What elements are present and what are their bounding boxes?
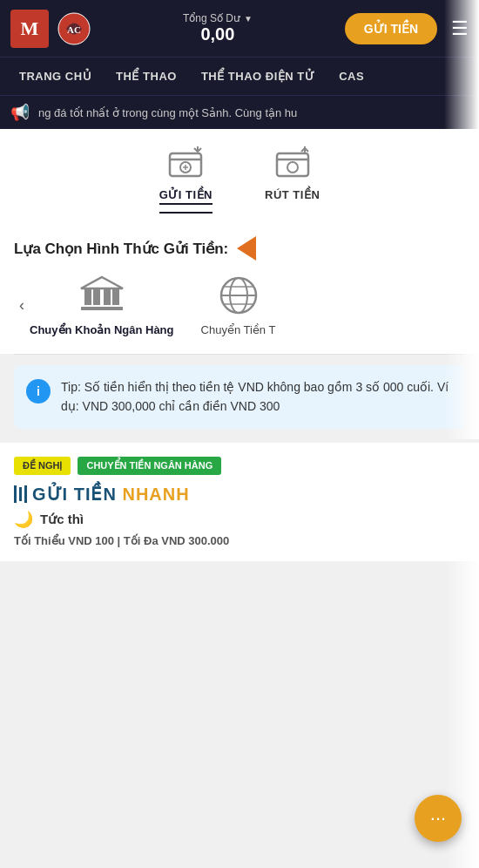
instant-label: Tức thì — [40, 512, 84, 527]
globe-icon — [218, 275, 260, 316]
arrow-indicator-icon — [237, 236, 256, 261]
ticker-bar: 📢 ng đá tốt nhất ở trong cùng một Sảnh. … — [0, 95, 479, 129]
method-globe-label: Chuyển Tiền T — [201, 323, 276, 336]
method-bank-label: Chuyển Khoản Ngân Hàng — [30, 323, 174, 336]
balance-amount: 0,00 — [99, 24, 336, 44]
select-method-title: Lựa Chọn Hình Thức Gửi Tiền: — [14, 236, 465, 261]
svg-rect-16 — [112, 289, 119, 305]
svg-rect-14 — [93, 289, 100, 305]
promo-card[interactable]: ĐỀ NGHỊ CHUYỂN TIỀN NGÂN HÀNG GỬI TIỀN N… — [0, 439, 479, 561]
svg-marker-12 — [81, 277, 123, 288]
method-items-container: Chuyển Khoản Ngân Hàng Chuyển Tiền T — [30, 275, 465, 336]
chat-button[interactable]: ··· — [415, 795, 462, 842]
line-deco-3 — [24, 485, 27, 503]
instant-row: 🌙 Tức thì — [14, 510, 465, 529]
promo-title: GỬI TIỀN NHANH — [14, 484, 465, 505]
promo-separator: | — [118, 534, 124, 547]
deposit-icon — [166, 146, 205, 181]
nav-item-esports[interactable]: THỂ THAO ĐIỆN TỬ — [189, 58, 327, 95]
promo-max: Tối Đa VND 300.000 — [124, 534, 229, 547]
select-method-section: Lựa Chọn Hình Thức Gửi Tiền: ‹ Chuyển Kh… — [0, 222, 479, 354]
promo-tags: ĐỀ NGHỊ CHUYỂN TIỀN NGÂN HÀNG — [14, 457, 465, 475]
tip-text: Tip: Số tiền hiển thị theo tiền tệ VND k… — [61, 377, 453, 417]
moon-icon: 🌙 — [14, 510, 33, 529]
tab-deposit-underline — [159, 212, 213, 214]
nav-item-home[interactable]: TRANG CHỦ — [7, 58, 104, 95]
svg-text:AC: AC — [67, 24, 81, 35]
chevron-down-icon: ▼ — [244, 14, 253, 24]
promo-limits: Tối Thiểu VND 100 | Tối Đa VND 300.000 — [14, 534, 465, 547]
nav-bar: TRANG CHỦ THỂ THAO THỂ THAO ĐIỆN TỬ CAS — [0, 57, 479, 95]
svg-rect-15 — [104, 289, 111, 305]
method-item-globe[interactable]: Chuyển Tiền T — [195, 275, 282, 336]
svg-rect-13 — [84, 289, 91, 305]
promo-deco-lines — [14, 485, 27, 503]
bank-icon — [79, 275, 125, 316]
tip-box: i Tip: Số tiền hiển thị theo tiền tệ VND… — [14, 365, 465, 429]
tag-recommend: ĐỀ NGHỊ — [14, 457, 71, 475]
club-logo: AC — [57, 12, 91, 45]
nav-item-sports[interactable]: THỂ THAO — [104, 58, 189, 95]
method-item-bank[interactable]: Chuyển Khoản Ngân Hàng — [30, 275, 174, 336]
deposit-header-button[interactable]: GỬI TIỀN — [345, 13, 437, 44]
tag-transfer: CHUYỂN TIỀN NGÂN HÀNG — [78, 457, 221, 475]
tab-withdraw[interactable]: RÚT TIỀN — [265, 146, 320, 214]
balance-section[interactable]: Tổng Số Dư ▼ 0,00 — [99, 12, 336, 44]
ticker-text: ng đá tốt nhất ở trong cùng một Sảnh. Cù… — [38, 106, 297, 119]
tabs-section: GỬI TIỀN RÚT TIỀN — [0, 129, 479, 222]
header: M AC Tổng Số Dư ▼ 0,00 GỬI TIỀN ☰ — [0, 0, 479, 57]
method-carousel: ‹ Chuyển Khoản Ngân Hàng — [14, 275, 465, 345]
promo-main-text: GỬI TIỀN — [32, 485, 117, 504]
promo-highlight-text: NHANH — [117, 485, 190, 504]
tab-withdraw-label: RÚT TIỀN — [265, 188, 320, 201]
carousel-left-arrow[interactable]: ‹ — [14, 289, 30, 322]
balance-label: Tổng Số Dư ▼ — [99, 12, 336, 24]
svg-rect-17 — [81, 307, 123, 310]
nav-item-casino[interactable]: CAS — [327, 58, 376, 95]
hamburger-menu-icon[interactable]: ☰ — [451, 17, 469, 40]
logo-letter: M — [21, 17, 39, 40]
info-icon: i — [26, 379, 51, 403]
divider — [14, 354, 465, 355]
svg-point-10 — [287, 162, 298, 173]
line-deco-1 — [14, 485, 17, 503]
withdraw-icon — [273, 146, 312, 181]
promo-min: Tối Thiểu VND 100 — [14, 534, 114, 547]
megaphone-icon: 📢 — [10, 103, 30, 122]
promo-title-text: GỬI TIỀN NHANH — [32, 484, 190, 505]
logo-box: M — [10, 10, 49, 48]
chat-icon: ··· — [430, 807, 446, 830]
tab-deposit[interactable]: GỬI TIỀN — [159, 146, 213, 214]
line-deco-2 — [19, 487, 22, 501]
tab-deposit-label: GỬI TIỀN — [159, 188, 213, 205]
